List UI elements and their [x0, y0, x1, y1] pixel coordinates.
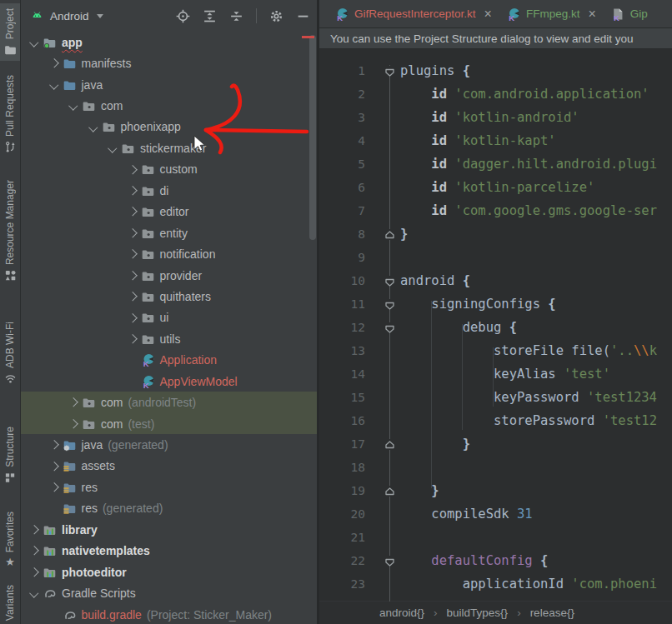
hide-panel-icon[interactable] [296, 9, 310, 23]
tool-stripe-button-project[interactable]: Project [0, 3, 20, 61]
tool-stripe-button-favorites[interactable]: Favorites★ [0, 512, 20, 567]
tree-row-com[interactable]: com(test) [20, 413, 317, 434]
chevron-down-icon[interactable] [66, 102, 81, 109]
close-tab-icon[interactable]: × [484, 7, 492, 21]
tree-row-di[interactable]: di [20, 180, 317, 201]
tree-row-com[interactable]: com(androidTest) [20, 392, 317, 412]
chevron-down-icon[interactable] [47, 82, 62, 88]
tree-row-manifests[interactable]: manifests [20, 52, 317, 73]
tree-item-label: stickermaker [140, 142, 206, 155]
tree-item-label: phoenixapp [121, 120, 181, 133]
chevron-right-icon[interactable] [125, 251, 140, 257]
tree-row-build-gradle[interactable]: build.gradle(Project: Sticker_Maker) [20, 604, 317, 624]
tool-stripe-button-resource-manager[interactable]: Resource Manager [0, 180, 20, 282]
chevron-right-icon[interactable] [125, 187, 140, 194]
tree-item-label: entity [160, 227, 188, 240]
chevron-right-icon[interactable] [27, 547, 42, 554]
editor-area[interactable]: KGifRequestInterceptor.kt×KFFmpeg.kt×KGi… [319, 0, 672, 624]
chevron-right-icon[interactable] [125, 336, 140, 342]
tree-row-utils[interactable]: utils [20, 328, 317, 349]
chevron-right-icon[interactable] [125, 230, 140, 237]
project-panel-toolbar [176, 8, 310, 23]
tool-stripe-button-adb-wi-fi[interactable]: ADB Wi-Fi [0, 322, 20, 385]
close-tab-icon[interactable]: × [588, 7, 595, 21]
tool-stripe-label: Project [4, 8, 16, 39]
tree-row-photoeditor[interactable]: photoeditor [20, 562, 317, 582]
chevron-right-icon[interactable] [66, 399, 81, 406]
fold-open-icon[interactable] [379, 556, 400, 567]
tree-row-java[interactable]: java [20, 74, 317, 95]
chevron-right-icon[interactable] [27, 527, 42, 533]
code-viewport[interactable]: 1plugins {2 id 'com.android.application'… [319, 48, 672, 602]
tool-stripe-button-variants[interactable]: Variants [0, 585, 20, 621]
editor-tab-gifrequestinterceptor-kt[interactable]: KGifRequestInterceptor.kt× [328, 0, 499, 27]
fold-open-icon[interactable] [379, 276, 400, 287]
tree-row-editor[interactable]: editor [20, 202, 317, 222]
code-line-6: 6 id 'kotlin-parcelize' [319, 176, 672, 199]
tree-row-library[interactable]: library [20, 519, 317, 540]
error-stripe-mark [302, 36, 314, 38]
breadcrumb-item-android[interactable]: android{} [379, 607, 424, 619]
chevron-down-icon[interactable] [105, 145, 120, 152]
tree-row-notification[interactable]: notification [20, 243, 317, 264]
tree-row-java[interactable]: java(generated) [20, 434, 317, 455]
tree-row-custom[interactable]: custom [20, 159, 317, 180]
editor-tab-gip[interactable]: KGip [604, 0, 655, 27]
chevron-down-icon[interactable] [86, 124, 101, 131]
code-line-21: 21 [319, 526, 672, 549]
chevron-right-icon[interactable] [47, 484, 62, 491]
chevron-down-icon[interactable] [27, 590, 42, 597]
tree-row-stickermaker[interactable]: stickermaker [20, 137, 317, 158]
locate-icon[interactable] [176, 9, 190, 23]
fold-open-icon[interactable] [379, 66, 400, 77]
tool-stripe-button-pull-requests[interactable]: Pull Requests [0, 75, 20, 153]
fold-close-icon[interactable] [379, 229, 400, 240]
chevron-right-icon[interactable] [125, 167, 140, 173]
tree-row-application[interactable]: KApplication [20, 350, 317, 371]
project-view-selector-label: Android [50, 10, 89, 22]
code-line-1: 1plugins { [319, 59, 672, 82]
expand-all-icon[interactable] [203, 9, 217, 23]
tree-row-quithaters[interactable]: quithaters [20, 286, 317, 307]
fold-open-icon[interactable] [379, 299, 400, 310]
fold-open-icon[interactable] [379, 322, 400, 333]
chevron-down-icon[interactable] [27, 39, 42, 46]
tool-stripe-button-structure[interactable]: Structure [0, 427, 20, 484]
tree-row-nativetemplates[interactable]: nativetemplates [20, 541, 317, 562]
tree-row-gradle-scripts[interactable]: Gradle Scripts [20, 582, 317, 603]
chevron-right-icon[interactable] [47, 60, 62, 67]
chevron-right-icon[interactable] [125, 208, 140, 215]
tree-row-app[interactable]: app [20, 32, 317, 52]
tree-row-com[interactable]: com [20, 95, 317, 116]
tree-row-phoenixapp[interactable]: phoenixapp [20, 117, 317, 137]
tree-row-ui[interactable]: ui [20, 307, 317, 328]
chevron-right-icon[interactable] [125, 272, 140, 279]
tree-row-res[interactable]: res [20, 477, 317, 497]
project-scrollbar[interactable] [309, 35, 316, 240]
chevron-right-icon[interactable] [47, 463, 62, 470]
chevron-right-icon[interactable] [125, 293, 140, 300]
breadcrumb-item-buildTypes[interactable]: buildTypes{} [447, 607, 509, 619]
project-view-selector[interactable]: Android [30, 10, 103, 22]
tree-row-assets[interactable]: assets [20, 456, 317, 477]
line-number: 21 [319, 531, 379, 544]
chevron-right-icon[interactable] [125, 315, 140, 322]
tree-row-res[interactable]: res(generated) [20, 498, 317, 519]
tree-row-entity[interactable]: entity [20, 222, 317, 243]
fold-close-icon[interactable] [379, 439, 400, 450]
fold-close-icon[interactable] [379, 486, 400, 497]
tool-stripe-label: Structure [4, 427, 16, 467]
settings-gear-icon[interactable] [269, 9, 283, 23]
tree-row-provider[interactable]: provider [20, 265, 317, 286]
chevron-right-icon[interactable] [66, 421, 81, 427]
chevron-right-icon[interactable] [27, 569, 42, 576]
line-number: 5 [319, 157, 379, 171]
collapse-all-icon[interactable] [229, 9, 243, 23]
editor-tab-ffmpeg-kt[interactable]: KFFmpeg.kt× [499, 0, 604, 27]
code-text: compileSdk 31 [400, 507, 672, 522]
breadcrumb-item-release[interactable]: release{} [530, 607, 574, 619]
chevron-right-icon[interactable] [47, 442, 62, 448]
code-line-9: 9 [319, 246, 672, 269]
tree-row-appviewmodel[interactable]: KAppViewModel [20, 371, 317, 392]
kotlin-class-icon: K [335, 7, 349, 21]
